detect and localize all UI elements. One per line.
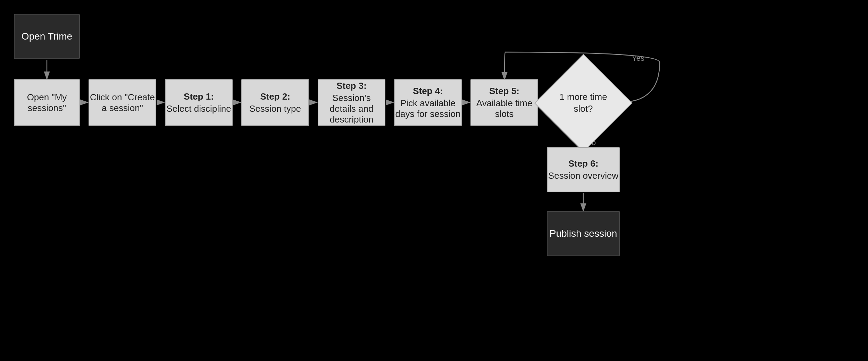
decision-text: 1 more time slot? (552, 91, 615, 115)
arrows-svg (0, 0, 868, 361)
yes-label: Yes (632, 54, 644, 63)
step6-node: Step 6: Session overview (547, 147, 620, 192)
publish-session-node: Publish session (547, 211, 620, 256)
step4-node: Step 4: Pick available days for session (394, 79, 462, 126)
step2-node: Step 2: Session type (241, 79, 309, 126)
open-my-sessions-node: Open "My sessions" (14, 79, 80, 126)
step5-node: Step 5: Available time slots (470, 79, 538, 126)
decision-node: 1 more time slot? (547, 67, 620, 140)
step1-node: Step 1: Select discipline (165, 79, 233, 126)
click-create-node: Click on "Create a session" (89, 79, 156, 126)
step3-node: Step 3: Session's details and descriptio… (318, 79, 385, 126)
flowchart: Yes No Open Trime Open "My sessions" Cli… (0, 0, 868, 361)
open-trime-node: Open Trime (14, 14, 80, 59)
